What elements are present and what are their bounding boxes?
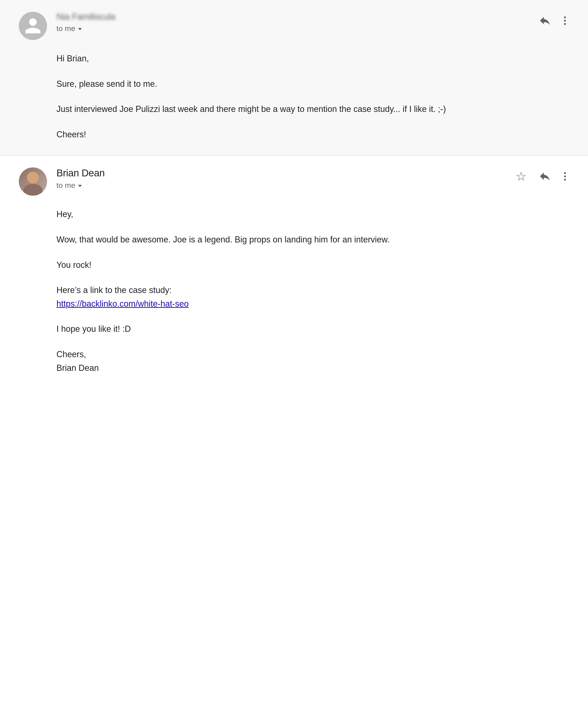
sender-name-2: Brian Dean [56,168,105,179]
recipient-label-2[interactable]: to me [56,181,105,190]
sender-name-area-2: Brian Dean to me [56,168,105,190]
email-body-line-4: Cheers! [56,128,569,141]
star-button-2[interactable]: ☆ [513,168,529,185]
sender-name-1: Nia Familiscula [56,12,115,22]
more-icon-2 [563,170,567,183]
email-header-1: Nia Familiscula to me [19,12,569,40]
sender-info-1: Nia Familiscula to me [19,12,115,40]
email-body-2: Hey, Wow, that would be awesome. Joe is … [56,207,569,375]
email-thread: Nia Familiscula to me [0,0,588,389]
more-button-2[interactable] [561,168,569,185]
email-body2-line-5: I hope you like it! :D [56,322,569,336]
email-item-1: Nia Familiscula to me [0,0,588,156]
recipient-label-1[interactable]: to me [56,24,115,33]
email-body2-line-4: Here’s a link to the case study: https:/… [56,283,569,310]
reply-icon-1 [538,14,551,27]
header-actions-1 [536,12,569,29]
sender-info-2: Brian Dean to me [19,168,105,196]
more-button-1[interactable] [561,12,569,29]
sender-name-area-1: Nia Familiscula to me [56,12,115,33]
reply-icon-2 [538,170,551,183]
avatar-1 [19,12,47,40]
email-body-1: Hi Brian, Sure, please send it to me. Ju… [56,52,569,141]
email-header-2: Brian Dean to me ☆ [19,168,569,196]
header-actions-2: ☆ [513,168,569,185]
email-item-2: Brian Dean to me ☆ [0,156,588,389]
reply-button-1[interactable] [536,12,554,29]
case-study-link[interactable]: https://backlinko.com/white-hat-seo [56,299,189,308]
reply-button-2[interactable] [536,168,554,185]
email-body-line-2: Sure, please send it to me. [56,77,569,91]
email-body2-line-3: You rock! [56,258,569,272]
person-icon [23,16,42,35]
email-body-line-3: Just interviewed Joe Pulizzi last week a… [56,102,569,116]
email-body2-line-1: Hey, [56,207,569,221]
email-body-line-1: Hi Brian, [56,52,569,65]
recipient-dropdown-icon-1[interactable] [78,28,82,30]
avatar-2 [19,168,47,196]
email-body2-line-2: Wow, that would be awesome. Joe is a leg… [56,233,569,246]
recipient-dropdown-icon-2[interactable] [78,185,82,187]
email-body2-line-6: Cheers,Brian Dean [56,347,569,375]
star-icon-2: ☆ [516,170,527,183]
more-icon-1 [563,15,567,27]
